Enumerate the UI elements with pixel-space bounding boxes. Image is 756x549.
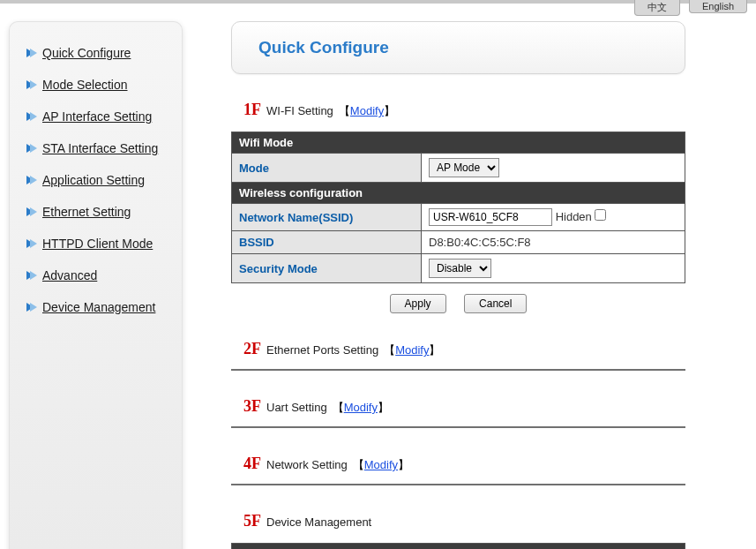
sidebar-item-advanced[interactable]: Advanced bbox=[16, 259, 176, 291]
arrow-right-icon bbox=[25, 79, 37, 91]
wireless-config-group-header: Wireless configuration bbox=[232, 183, 685, 204]
section-number: 1F bbox=[243, 101, 261, 119]
cancel-button[interactable]: Cancel bbox=[464, 294, 527, 313]
section-number: 3F bbox=[243, 397, 261, 416]
hidden-label: Hidden bbox=[556, 210, 592, 223]
apply-button[interactable]: Apply bbox=[390, 294, 446, 313]
sidebar-item-ethernet[interactable]: Ethernet Setting bbox=[16, 196, 176, 228]
main: Quick Configure 1F WI-FI Setting 【Modify… bbox=[231, 21, 694, 549]
wifi-mode-group-header: Wifi Mode bbox=[232, 132, 685, 154]
section-label: Uart Setting bbox=[266, 401, 327, 414]
sidebar-item-label: Application Setting bbox=[42, 173, 145, 187]
section-label: Ethernet Ports Setting bbox=[266, 343, 378, 357]
mode-label: Mode bbox=[232, 154, 422, 183]
page-title: Quick Configure bbox=[258, 38, 658, 57]
page-header: Quick Configure bbox=[231, 21, 685, 74]
sidebar-item-device-management[interactable]: Device Management bbox=[16, 291, 176, 323]
arrow-right-icon bbox=[25, 110, 37, 123]
divider bbox=[231, 426, 685, 428]
section-number: 2F bbox=[243, 340, 261, 358]
wifi-config-table: Wifi Mode Mode AP Mode Wireless configur… bbox=[231, 132, 685, 283]
svg-marker-5 bbox=[30, 112, 37, 121]
sidebar-item-label: STA Interface Setting bbox=[42, 141, 158, 155]
bssid-value: D8:B0:4C:C5:5C:F8 bbox=[422, 231, 685, 254]
ssid-label: Network Name(SSID) bbox=[232, 204, 422, 231]
svg-marker-1 bbox=[30, 49, 37, 57]
hidden-checkbox[interactable] bbox=[595, 209, 606, 221]
mode-select[interactable]: AP Mode bbox=[429, 158, 499, 177]
section-network-heading: 4F Network Setting 【Modify】 bbox=[231, 455, 685, 473]
ssid-input[interactable] bbox=[429, 208, 552, 226]
sidebar-item-label: Mode Selection bbox=[42, 78, 128, 92]
sidebar-item-application[interactable]: Application Setting bbox=[16, 164, 176, 196]
section-label: WI-FI Setting bbox=[266, 104, 333, 117]
restart-group-header: Restart Module bbox=[232, 544, 685, 550]
svg-marker-7 bbox=[30, 144, 37, 153]
svg-marker-15 bbox=[30, 271, 37, 280]
arrow-right-icon bbox=[25, 206, 37, 218]
modify-uart-link[interactable]: Modify bbox=[344, 401, 378, 414]
svg-marker-17 bbox=[30, 303, 37, 312]
modify-wifi-link[interactable]: Modify bbox=[350, 104, 384, 117]
svg-marker-11 bbox=[30, 207, 37, 216]
svg-marker-9 bbox=[30, 176, 37, 184]
arrow-right-icon bbox=[25, 174, 37, 186]
arrow-right-icon bbox=[25, 47, 37, 59]
sidebar-item-ap-interface[interactable]: AP Interface Setting bbox=[16, 101, 176, 132]
sidebar-item-quick-configure[interactable]: Quick Configure bbox=[16, 37, 176, 69]
section-label: Network Setting bbox=[266, 458, 348, 471]
section-number: 5F bbox=[243, 512, 261, 530]
section-uart-heading: 3F Uart Setting 【Modify】 bbox=[231, 397, 685, 416]
modify-network-link[interactable]: Modify bbox=[364, 458, 398, 471]
sidebar: Quick Configure Mode Selection AP Interf… bbox=[9, 21, 183, 549]
arrow-right-icon bbox=[25, 142, 37, 154]
section-ethernet-heading: 2F Ethernet Ports Setting 【Modify】 bbox=[231, 340, 685, 358]
arrow-right-icon bbox=[25, 301, 37, 313]
lang-zh-button[interactable]: 中文 bbox=[634, 0, 680, 16]
divider bbox=[231, 369, 685, 371]
svg-marker-13 bbox=[30, 239, 37, 248]
arrow-right-icon bbox=[25, 237, 37, 250]
restart-table: Restart Module Restart Module Restart bbox=[231, 543, 685, 549]
svg-marker-3 bbox=[30, 80, 37, 89]
sidebar-item-label: HTTPD Client Mode bbox=[42, 237, 153, 251]
security-mode-select[interactable]: Disable bbox=[429, 259, 491, 278]
sidebar-item-label: Device Management bbox=[42, 300, 155, 314]
sidebar-item-label: Quick Configure bbox=[42, 46, 131, 60]
section-label: Device Management bbox=[266, 515, 371, 529]
bssid-label: BSSID bbox=[232, 231, 422, 254]
modify-ethernet-link[interactable]: Modify bbox=[395, 343, 429, 357]
sidebar-item-label: AP Interface Setting bbox=[42, 109, 152, 124]
arrow-right-icon bbox=[25, 269, 37, 282]
sidebar-item-sta-interface[interactable]: STA Interface Setting bbox=[16, 132, 176, 164]
divider bbox=[231, 484, 685, 485]
security-mode-label: Security Mode bbox=[232, 254, 422, 283]
sidebar-item-label: Advanced bbox=[42, 268, 97, 282]
sidebar-item-label: Ethernet Setting bbox=[42, 205, 131, 219]
sidebar-item-httpd[interactable]: HTTPD Client Mode bbox=[16, 228, 176, 259]
section-device-management-heading: 5F Device Management bbox=[231, 512, 685, 530]
lang-en-button[interactable]: English bbox=[689, 0, 747, 13]
section-wifi-heading: 1F WI-FI Setting 【Modify】 bbox=[231, 101, 685, 119]
sidebar-item-mode-selection[interactable]: Mode Selection bbox=[16, 69, 176, 101]
section-number: 4F bbox=[243, 455, 261, 473]
